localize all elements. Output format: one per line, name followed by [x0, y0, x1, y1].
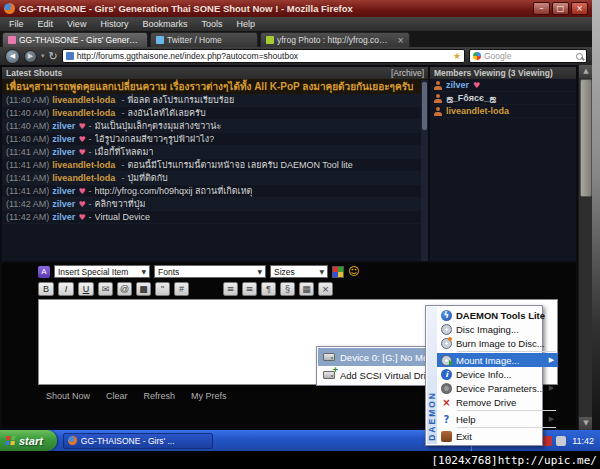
- dash-separator: -: [89, 134, 92, 144]
- clear-button[interactable]: Clear: [106, 391, 128, 401]
- email-icon[interactable]: ✉: [98, 282, 113, 296]
- code-icon[interactable]: #: [174, 282, 189, 296]
- shout-username[interactable]: liveandlet-loda: [52, 108, 115, 118]
- shout-username[interactable]: zilver: [52, 121, 75, 131]
- start-button[interactable]: start: [0, 430, 57, 451]
- history-dropdown-icon[interactable]: ▾: [41, 52, 45, 60]
- sizes-dropdown[interactable]: Sizes ▼: [270, 265, 328, 278]
- screenshot-watermark: [1024x768]http://upic.me/: [0, 451, 600, 469]
- list-icon[interactable]: ≡: [223, 282, 238, 296]
- menuitem-device-parameters[interactable]: Device Parameters... ▶: [437, 381, 558, 395]
- tab-label: GG-THAISONE - Girs' Generation Thai SO..…: [19, 35, 142, 45]
- menu-tools[interactable]: Tools: [194, 19, 229, 29]
- scrollbar-thumb[interactable]: [422, 82, 427, 130]
- firefox-icon: [4, 3, 15, 14]
- url-bar[interactable]: http://forums.ggthaisone.net/index.php?a…: [62, 49, 465, 63]
- shout-username[interactable]: liveandlet-loda: [52, 173, 115, 183]
- refresh-icon[interactable]: ↻: [49, 51, 58, 62]
- insert-table-icon[interactable]: ▦: [299, 282, 314, 296]
- align-left-icon[interactable]: ¶: [261, 282, 276, 296]
- menu-file[interactable]: File: [2, 19, 31, 29]
- tab-close-icon[interactable]: ×: [397, 36, 404, 45]
- menu-help[interactable]: Help: [229, 19, 262, 29]
- shout-username[interactable]: zilver: [52, 212, 75, 222]
- menuitem-add-scsi-drive[interactable]: Add SCSI Virtual Drive: [318, 366, 428, 384]
- member-row[interactable]: liveandlet-loda: [430, 105, 576, 118]
- url-text[interactable]: http://forums.ggthaisone.net/index.php?a…: [77, 51, 450, 61]
- menuitem-burn-image[interactable]: Burn Image to Disc...: [437, 336, 558, 350]
- text-color-icon[interactable]: [332, 266, 344, 278]
- close-button[interactable]: ×: [571, 2, 588, 15]
- menuitem-exit[interactable]: Exit: [437, 429, 558, 443]
- search-box[interactable]: Google: [469, 49, 587, 63]
- member-name[interactable]: liveandlet-loda: [446, 106, 509, 116]
- remove-format-icon[interactable]: ×: [318, 282, 333, 296]
- italic-button[interactable]: I: [58, 282, 74, 296]
- tab-yfrog[interactable]: yfrog Photo : http://yfrog.com/h09hqxij …: [260, 32, 410, 47]
- align-center-icon[interactable]: §: [280, 282, 295, 296]
- member-row[interactable]: ஜ_Fôяcє_ஜ: [430, 92, 576, 105]
- shout-list: (11:40 AM) liveandlet-loda - พี่อลด ลงโป…: [2, 94, 428, 224]
- forward-button[interactable]: ▶: [24, 50, 37, 63]
- archive-link[interactable]: [Archive]: [391, 68, 424, 78]
- menuitem-device0[interactable]: Device 0: [G:] No Media: [318, 348, 428, 366]
- scroll-down-icon[interactable]: ▼: [579, 417, 593, 430]
- search-icon[interactable]: [576, 53, 583, 60]
- menuitem-remove-drive[interactable]: × Remove Drive: [437, 395, 558, 409]
- window-title: GG-THAISONE - Girs' Generation Thai SONE…: [19, 3, 529, 14]
- member-icon: [434, 107, 442, 116]
- image-icon[interactable]: ■: [136, 282, 151, 296]
- refresh-button[interactable]: Refresh: [144, 391, 176, 401]
- submenu-arrow-icon: ▶: [549, 356, 554, 364]
- menuitem-disc-imaging[interactable]: Disc Imaging...: [437, 322, 558, 336]
- quote-icon[interactable]: ": [155, 282, 170, 296]
- shout-username[interactable]: zilver: [52, 147, 75, 157]
- link-icon[interactable]: @: [117, 282, 132, 296]
- insert-special-dropdown[interactable]: Insert Special Item ▼: [54, 265, 150, 278]
- shout-list-scrollbar[interactable]: [421, 80, 428, 261]
- menu-view[interactable]: View: [60, 19, 93, 29]
- start-label: start: [19, 435, 43, 447]
- menuitem-device-info[interactable]: i Device Info...: [437, 367, 558, 381]
- minimize-button[interactable]: –: [533, 2, 550, 15]
- menuitem-mount-image[interactable]: Mount Image... ▶: [437, 353, 558, 367]
- underline-button[interactable]: U: [78, 282, 94, 296]
- menu-history[interactable]: History: [93, 19, 135, 29]
- shout-message[interactable]: http://yfrog.com/h09hqxij สถานที่เกิดเหต…: [95, 185, 253, 198]
- browser-scrollbar[interactable]: ▲ ▼: [578, 65, 592, 430]
- shout-username[interactable]: zilver: [52, 134, 75, 144]
- shout-username[interactable]: zilver: [52, 199, 75, 209]
- shout-username[interactable]: liveandlet-loda: [52, 95, 115, 105]
- member-name[interactable]: ஜ_Fôяcє_ஜ: [446, 93, 496, 104]
- member-row[interactable]: zilver ♥: [430, 79, 576, 92]
- tab-twitter[interactable]: Twitter / Home: [150, 32, 258, 47]
- tab-ggthaisone[interactable]: GG-THAISONE - Girs' Generation Thai SO..…: [2, 32, 148, 47]
- menu-separator: [457, 351, 556, 352]
- scrollbar-thumb[interactable]: [580, 79, 592, 197]
- shout-now-button[interactable]: Shout Now: [46, 391, 90, 401]
- shout-row: (11:40 AM) zilver ♥ - ไอ้รูปวงกลมสีขาวๆร…: [2, 133, 428, 146]
- shout-username[interactable]: liveandlet-loda: [52, 160, 115, 170]
- my-prefs-button[interactable]: My Prefs: [191, 391, 227, 401]
- shout-username[interactable]: zilver: [52, 186, 75, 196]
- maximize-button[interactable]: □: [552, 2, 569, 15]
- bold-button[interactable]: B: [38, 282, 54, 296]
- back-button[interactable]: ◀: [5, 49, 20, 64]
- fonts-dropdown[interactable]: Fonts ▼: [154, 265, 266, 278]
- ordered-list-icon[interactable]: ≡: [242, 282, 257, 296]
- scroll-up-icon[interactable]: ▲: [579, 65, 593, 78]
- member-name[interactable]: zilver: [446, 80, 469, 90]
- taskbar-firefox-task[interactable]: GG-THAISONE - Girs' ...: [63, 433, 213, 449]
- menuitem-help[interactable]: ? Help ▶: [437, 412, 558, 426]
- menu-edit[interactable]: Edit: [31, 19, 61, 29]
- smiley-icon[interactable]: ☺: [348, 266, 359, 278]
- menuitem-daemon-tools-lite[interactable]: ϟ DAEMON Tools Lite: [437, 308, 558, 322]
- titlebar[interactable]: GG-THAISONE - Girs' Generation Thai SONE…: [0, 0, 592, 17]
- heart-icon: ♥: [78, 213, 85, 222]
- bookmark-star-icon[interactable]: ★: [453, 51, 461, 61]
- shout-message: Virtual Device: [95, 212, 150, 222]
- menu-bookmarks[interactable]: Bookmarks: [135, 19, 194, 29]
- menuitem-label: Device Info...: [456, 369, 511, 380]
- search-engine-label[interactable]: Google: [484, 51, 573, 61]
- desktop-screen: GG-THAISONE - Girs' Generation Thai SONE…: [0, 0, 600, 469]
